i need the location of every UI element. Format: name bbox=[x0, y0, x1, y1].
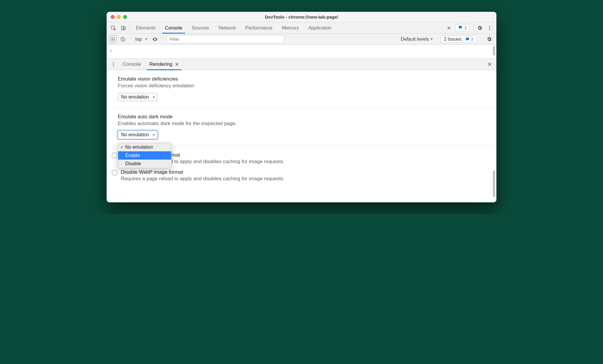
chat-icon bbox=[458, 25, 463, 31]
window-title: DevTools - chrome://new-tab-page/ bbox=[107, 14, 496, 19]
tab-performance[interactable]: Performance bbox=[241, 22, 277, 33]
drawer-tab-rendering-label: Rendering bbox=[149, 61, 172, 67]
drawer-tab-console[interactable]: Console bbox=[118, 59, 145, 70]
inspect-element-button[interactable] bbox=[108, 22, 118, 33]
toggle-sidebar-button[interactable] bbox=[109, 35, 117, 43]
svg-point-4 bbox=[489, 27, 490, 28]
separator bbox=[473, 24, 473, 31]
vision-deficiency-select[interactable]: No emulation bbox=[118, 93, 157, 101]
rendering-panel: Emulate vision deficiencies Forces visio… bbox=[107, 70, 496, 202]
clear-console-button[interactable] bbox=[119, 35, 127, 43]
svg-point-8 bbox=[154, 39, 155, 40]
console-toolbar: top Default levels 2 Issues: 2 bbox=[107, 34, 496, 45]
close-tab-icon[interactable]: ✕ bbox=[175, 61, 179, 68]
issues-label: 2 Issues: bbox=[444, 37, 463, 42]
section-description: Forces vision deficiency emulation bbox=[118, 83, 485, 89]
section-title: Emulate vision deficiencies bbox=[118, 76, 485, 82]
tab-memory[interactable]: Memory bbox=[277, 22, 304, 33]
auto-dark-mode-dropdown: No emulation Enable Disable bbox=[118, 143, 172, 168]
context-selector[interactable]: top bbox=[134, 37, 149, 42]
issues-button[interactable]: 2 Issues: 2 bbox=[441, 36, 477, 43]
device-toolbar-button[interactable] bbox=[118, 22, 128, 33]
titlebar: DevTools - chrome://new-tab-page/ bbox=[107, 12, 496, 22]
svg-rect-1 bbox=[121, 26, 124, 30]
disable-webp-row: Disable WebP image format Requires a pag… bbox=[112, 167, 491, 184]
section-title: Emulate auto dark mode bbox=[118, 114, 485, 120]
scrollbar-thumb[interactable] bbox=[493, 170, 495, 197]
drawer-tab-rendering[interactable]: Rendering ✕ bbox=[145, 59, 183, 70]
main-tabs: Elements Console Sources Network Perform… bbox=[131, 22, 444, 33]
auto-dark-mode-section: Emulate auto dark mode Enables automatic… bbox=[107, 108, 496, 146]
more-tabs-button[interactable] bbox=[444, 22, 454, 33]
scrollbar-thumb[interactable] bbox=[493, 46, 495, 55]
auto-dark-mode-select[interactable]: No emulation bbox=[118, 131, 157, 139]
vision-deficiency-section: Emulate vision deficiencies Forces visio… bbox=[107, 70, 496, 108]
tab-console[interactable]: Console bbox=[160, 22, 187, 33]
svg-point-10 bbox=[113, 64, 114, 65]
option-no-emulation[interactable]: No emulation bbox=[118, 143, 171, 151]
console-settings-button[interactable] bbox=[484, 36, 494, 42]
issues-count: 2 bbox=[471, 37, 473, 42]
option-enable[interactable]: Enable bbox=[118, 151, 171, 160]
tab-elements[interactable]: Elements bbox=[131, 22, 160, 33]
messages-pill[interactable]: 2 bbox=[455, 24, 470, 32]
checkbox-description: Requires a page reload to apply and disa… bbox=[121, 176, 285, 182]
svg-point-3 bbox=[489, 26, 490, 27]
drawer-tabs: Console Rendering ✕ bbox=[118, 59, 302, 70]
tab-network[interactable]: Network bbox=[214, 22, 241, 33]
tab-application[interactable]: Application bbox=[304, 22, 336, 33]
option-disable[interactable]: Disable bbox=[118, 160, 171, 168]
svg-point-9 bbox=[113, 62, 114, 63]
issues-count-pill: 2 bbox=[465, 37, 473, 42]
more-options-button[interactable] bbox=[485, 22, 495, 33]
close-drawer-button[interactable] bbox=[485, 59, 495, 70]
log-levels-selector[interactable]: Default levels bbox=[401, 37, 433, 42]
console-filter-input[interactable] bbox=[166, 35, 284, 43]
console-prompt-icon: › bbox=[110, 48, 112, 53]
live-expression-button[interactable] bbox=[151, 36, 159, 42]
tab-sources[interactable]: Sources bbox=[187, 22, 214, 33]
drawer-more-button[interactable] bbox=[108, 59, 118, 70]
svg-point-11 bbox=[113, 65, 114, 66]
section-description: Enables automatic dark mode for the insp… bbox=[118, 121, 485, 127]
console-body[interactable]: › bbox=[107, 45, 496, 58]
svg-point-5 bbox=[489, 29, 490, 30]
drawer-tabstrip: Console Rendering ✕ bbox=[107, 58, 496, 70]
messages-count: 2 bbox=[465, 25, 467, 30]
main-tabstrip: Elements Console Sources Network Perform… bbox=[107, 22, 496, 34]
disable-webp-checkbox[interactable] bbox=[112, 170, 117, 175]
disable-avif-checkbox[interactable] bbox=[112, 153, 117, 158]
settings-button[interactable] bbox=[475, 22, 485, 33]
devtools-window: DevTools - chrome://new-tab-page/ Elemen… bbox=[107, 12, 496, 202]
separator bbox=[130, 24, 130, 31]
checkbox-title: Disable WebP image format bbox=[121, 169, 285, 175]
